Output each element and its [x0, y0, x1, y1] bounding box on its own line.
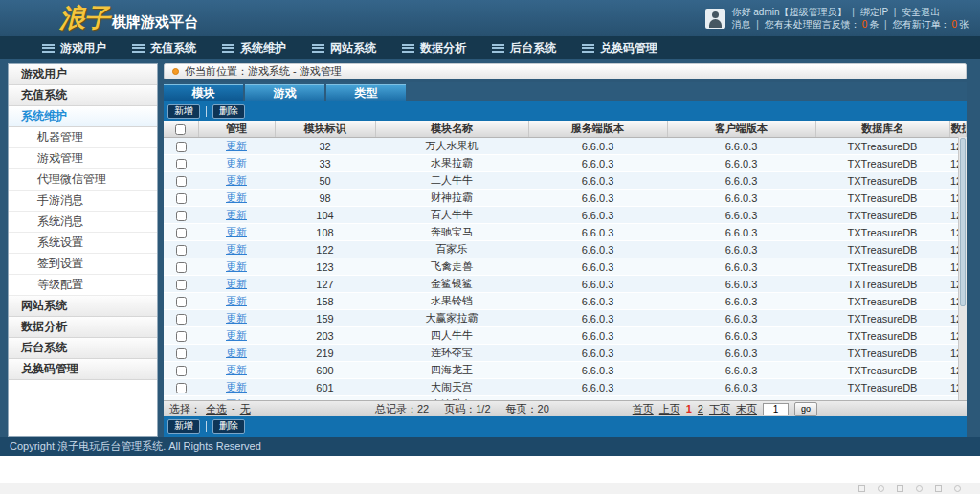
sidebar-item[interactable]: 系统消息 [9, 212, 157, 233]
cell-client-version: 6.6.0.3 [667, 379, 815, 396]
status-reload-icon[interactable] [878, 485, 884, 492]
status-zoom-icon[interactable] [916, 485, 923, 492]
column-header-client-version: 客户端版本 [667, 121, 815, 138]
update-link[interactable]: 更新 [226, 191, 247, 203]
orders-count: 0 [951, 19, 957, 30]
cell-db-name: TXTreasureDB [815, 396, 949, 401]
row-checkbox[interactable] [176, 142, 187, 152]
cell-db-name: TXTreasureDB [815, 293, 949, 310]
update-link[interactable]: 更新 [226, 243, 247, 255]
tab[interactable]: 模块 [164, 84, 243, 101]
cell-db-name: TXTreasureDB [815, 207, 949, 224]
messages-link[interactable]: 消息 [732, 19, 751, 30]
update-link[interactable]: 更新 [226, 398, 247, 400]
next-page-link[interactable]: 下页 [709, 402, 730, 416]
sidebar-item[interactable]: 系统设置 [9, 233, 157, 254]
add-button-bottom[interactable]: 新增 [167, 419, 200, 434]
row-checkbox[interactable] [176, 280, 187, 290]
nav-item[interactable]: 系统维护 [222, 40, 286, 56]
nav-item[interactable]: 数据分析 [402, 40, 466, 56]
sidebar-item[interactable]: 兑换码管理 [9, 359, 157, 380]
row-checkbox[interactable] [176, 297, 187, 307]
sidebar-item-label: 兑换码管理 [21, 362, 78, 375]
table-row: 更新 203 四人牛牛 6.6.0.3 6.6.0.3 TXTreasureDB… [164, 327, 967, 345]
row-checkbox[interactable] [176, 245, 187, 256]
cell-client-version: 6.6.0.3 [667, 293, 815, 310]
tab[interactable]: 类型 [326, 84, 406, 101]
first-page-link[interactable]: 首页 [633, 402, 654, 416]
update-link[interactable]: 更新 [226, 381, 247, 393]
content-area: 你当前位置：游戏系统 - 游戏管理 模块 游戏 类型 [164, 63, 967, 437]
page-input[interactable] [763, 403, 789, 415]
sidebar-item[interactable]: 充值系统 [9, 85, 157, 106]
nav-item[interactable]: 游戏用户 [42, 40, 106, 56]
tab-label: 模块 [192, 86, 215, 100]
sidebar-item[interactable]: 游戏用户 [9, 64, 157, 85]
sidebar-item[interactable]: 游戏管理 [9, 148, 157, 169]
nav-item[interactable]: 后台系统 [492, 40, 556, 56]
nav-item[interactable]: 网站系统 [312, 40, 376, 56]
nav-item[interactable]: 兑换码管理 [582, 40, 657, 56]
row-checkbox[interactable] [176, 228, 187, 238]
update-link[interactable]: 更新 [226, 295, 247, 306]
status-save-icon[interactable] [897, 485, 903, 492]
update-link[interactable]: 更新 [226, 312, 247, 324]
add-button[interactable]: 新增 [167, 104, 200, 119]
orders-label: 您有新订单： [892, 19, 949, 30]
row-checkbox[interactable] [176, 366, 187, 376]
update-link[interactable]: 更新 [226, 157, 247, 168]
last-page-link[interactable]: 末页 [736, 402, 757, 416]
delete-button-bottom[interactable]: 删除 [212, 419, 245, 434]
sidebar-item-label: 手游消息 [37, 193, 83, 207]
update-link[interactable]: 更新 [226, 209, 247, 220]
row-checkbox[interactable] [176, 348, 187, 359]
row-checkbox[interactable] [176, 159, 187, 169]
nav-item[interactable]: 充值系统 [132, 40, 196, 56]
row-checkbox[interactable] [176, 383, 187, 393]
sidebar-item[interactable]: 系统维护 [9, 106, 157, 127]
sidebar-item[interactable]: 签到设置 [9, 254, 157, 275]
tab[interactable]: 游戏 [245, 84, 324, 101]
select-all-checkbox[interactable] [175, 124, 186, 135]
logo-text-sub: 棋牌游戏平台 [112, 13, 198, 32]
row-checkbox[interactable] [176, 314, 187, 325]
logout-link[interactable]: 安全退出 [902, 7, 940, 17]
update-link[interactable]: 更新 [226, 260, 247, 272]
update-link[interactable]: 更新 [226, 140, 247, 151]
sidebar-item[interactable]: 后台系统 [9, 338, 157, 359]
row-checkbox[interactable] [176, 193, 187, 204]
update-link[interactable]: 更新 [226, 226, 247, 237]
update-link[interactable]: 更新 [226, 347, 247, 358]
row-checkbox[interactable] [176, 176, 187, 187]
scrollbar-thumb[interactable] [960, 138, 966, 306]
cell-db-name: TXTreasureDB [815, 258, 949, 276]
sidebar-item[interactable]: 机器管理 [9, 127, 157, 148]
row-checkbox[interactable] [176, 331, 187, 342]
status-settings-icon[interactable] [954, 485, 961, 492]
sidebar-item[interactable]: 网站系统 [9, 296, 157, 317]
sidebar-item[interactable]: 代理微信管理 [9, 169, 157, 191]
summary-bar: 选择： 全选 - 无 总记录：22 页码：1/2 每页：20 首页 上页 1 2… [164, 400, 967, 416]
page-2-link[interactable]: 2 [698, 403, 703, 415]
status-expand-icon[interactable] [858, 485, 865, 492]
bind-ip-link[interactable]: 绑定IP [860, 7, 888, 17]
update-link[interactable]: 更新 [226, 174, 247, 186]
select-none-link[interactable]: 无 [240, 402, 251, 416]
sidebar-item[interactable]: 手游消息 [9, 191, 157, 212]
update-link[interactable]: 更新 [226, 329, 247, 341]
update-link[interactable]: 更新 [226, 364, 247, 375]
select-all-link[interactable]: 全选 [206, 402, 227, 416]
delete-button[interactable]: 删除 [212, 104, 245, 119]
table-row: 更新 127 金鲨银鲨 6.6.0.3 6.6.0.3 TXTreasureDB… [164, 276, 967, 293]
status-window-icon[interactable] [935, 485, 942, 492]
row-checkbox[interactable] [176, 262, 187, 273]
table-scrollbar[interactable] [958, 137, 967, 400]
sidebar-item-label: 充值系统 [21, 88, 67, 101]
update-link[interactable]: 更新 [226, 278, 247, 289]
prev-page-link[interactable]: 上页 [659, 402, 680, 416]
sidebar-item[interactable]: 数据分析 [9, 317, 157, 338]
sidebar-item[interactable]: 等级配置 [9, 275, 157, 296]
go-button[interactable]: go [794, 402, 817, 416]
sidebar-item-label: 后台系统 [21, 341, 67, 354]
row-checkbox[interactable] [176, 211, 187, 221]
